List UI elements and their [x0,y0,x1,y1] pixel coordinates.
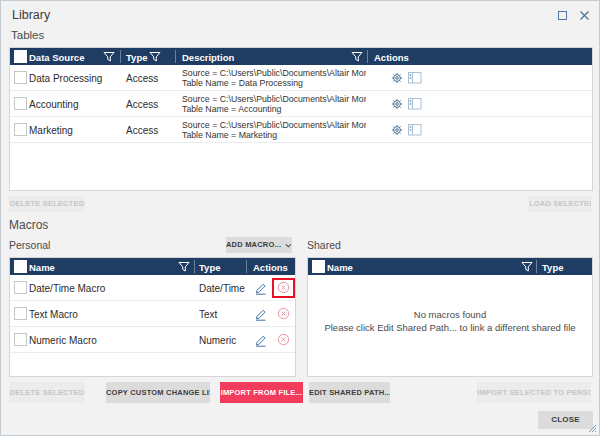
macro-type-cell: Date/Time [199,283,245,294]
delete-selected-macros-button[interactable]: DELETE SELECTED [9,382,85,403]
column-header-type: Type [126,52,147,63]
macro-row[interactable]: Date/Time Macro Date/Time [10,275,295,301]
table-view-icon [408,72,422,84]
table-view-icon [408,124,422,136]
table-row[interactable]: Data Processing Access Source = C:\Users… [10,65,592,91]
macro-name-cell: Date/Time Macro [29,283,105,294]
resize-grip[interactable] [588,424,597,433]
table-row[interactable]: Marketing Access Source = C:\Users\Publi… [10,117,592,143]
import-selected-to-personal-button[interactable]: IMPORT SELECTED TO PERSONAL [477,382,591,403]
library-dialog: Library Tables Data Source Type Descript… [0,0,600,436]
load-selected-button[interactable]: LOAD SELECTED [529,196,591,212]
column-header-data-source: Data Source [29,52,84,63]
data-source-cell: Accounting [29,99,78,110]
description-cell: Source = C:\Users\Public\Documents\Altai… [182,68,366,89]
row-checkbox[interactable] [14,307,27,320]
gear-icon [390,123,404,137]
chevron-down-icon [285,243,292,248]
gear-icon [390,97,404,111]
column-separator [367,50,368,63]
type-cell: Access [126,73,158,84]
column-header-name: Name [29,262,55,273]
tables-table: Data Source Type Description Actions Dat… [9,47,593,191]
column-separator [194,260,195,273]
table-settings-button[interactable] [390,123,404,137]
pencil-icon [254,333,267,347]
open-table-button[interactable] [408,98,422,110]
select-all-tables-checkbox[interactable] [14,50,27,63]
column-separator [536,260,537,273]
data-source-cell: Data Processing [29,73,102,84]
macro-type-cell: Numeric [199,335,236,346]
circle-x-icon [277,333,290,346]
personal-macros-table: Name Type Actions Date/Time Macro Date/T… [9,257,296,377]
column-separator [246,260,247,273]
close-button[interactable] [575,7,593,23]
macro-name-cell: Numeric Macro [29,335,97,346]
row-checkbox[interactable] [14,71,27,84]
column-header-name: Name [327,262,353,273]
edit-shared-path-button[interactable]: EDIT SHARED PATH... [309,382,390,403]
macro-type-cell: Text [199,309,217,320]
table-view-icon [408,98,422,110]
filter-icon[interactable] [103,51,115,63]
edit-macro-button[interactable] [254,281,267,295]
pencil-icon [254,281,267,295]
table-settings-button[interactable] [390,71,404,85]
copy-custom-change-lists-button[interactable]: COPY CUSTOM CHANGE LISTS [106,382,210,403]
macro-name-cell: Text Macro [29,309,78,320]
filter-icon[interactable] [149,51,161,63]
table-settings-button[interactable] [390,97,404,111]
row-checkbox[interactable] [14,97,27,110]
type-cell: Access [126,125,158,136]
filter-icon[interactable] [351,51,363,63]
circle-x-icon [277,307,290,320]
filter-icon[interactable] [521,261,533,273]
close-dialog-button[interactable]: CLOSE [538,411,593,429]
gear-icon [390,71,404,85]
column-header-actions: Actions [253,262,288,273]
edit-macro-button[interactable] [254,333,267,347]
row-checkbox[interactable] [14,333,27,346]
maximize-icon [558,11,567,20]
close-icon [579,10,590,21]
select-all-personal-checkbox[interactable] [14,260,27,273]
shared-label: Shared [307,239,341,251]
delete-macro-button[interactable] [277,307,290,320]
row-checkbox[interactable] [14,281,27,294]
personal-macros-header: Name Type Actions [10,258,295,275]
open-table-button[interactable] [408,72,422,84]
column-header-description: Description [182,52,234,63]
shared-empty-state: No macros found Please click Edit Shared… [308,308,592,334]
macro-row[interactable]: Numeric Macro Numeric [10,327,295,353]
column-header-type: Type [542,262,563,273]
column-header-actions: Actions [374,52,409,63]
shared-macros-table: Name Type No macros found Please click E… [307,257,593,377]
description-cell: Source = C:\Users\Public\Documents\Altai… [182,120,366,141]
tables-table-header: Data Source Type Description Actions [10,48,592,65]
delete-macro-button[interactable] [277,333,290,346]
table-row[interactable]: Accounting Access Source = C:\Users\Publ… [10,91,592,117]
add-macro-button[interactable]: ADD MACRO... [226,237,292,253]
select-all-shared-checkbox[interactable] [312,260,325,273]
column-separator [175,50,176,63]
maximize-button[interactable] [553,7,571,23]
description-cell: Source = C:\Users\Public\Documents\Altai… [182,94,366,115]
row-checkbox[interactable] [14,123,27,136]
pencil-icon [254,307,267,321]
edit-macro-button[interactable] [254,307,267,321]
type-cell: Access [126,99,158,110]
tables-section-label: Tables [11,29,44,41]
window-title: Library [12,8,50,22]
macro-row[interactable]: Text Macro Text [10,301,295,327]
delete-selected-tables-button[interactable]: DELETE SELECTED [9,196,85,212]
data-source-cell: Marketing [29,125,73,136]
highlight-annotation [272,278,295,298]
add-macro-label: ADD MACRO... [226,237,281,253]
personal-label: Personal [9,239,50,251]
open-table-button[interactable] [408,124,422,136]
macros-section-label: Macros [9,218,48,232]
filter-icon[interactable] [178,261,190,273]
import-from-file-button[interactable]: IMPORT FROM FILE... [220,382,303,403]
shared-macros-header: Name Type [308,258,592,275]
